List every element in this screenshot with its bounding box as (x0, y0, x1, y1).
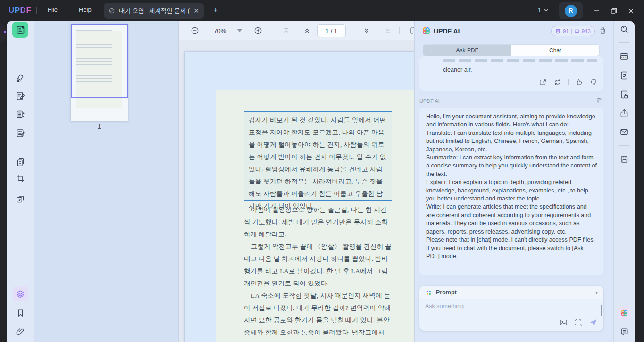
assistant-message-paragraph: Hello, I'm your document assistant, aimi… (426, 113, 597, 129)
fill-sign-icon[interactable] (12, 125, 28, 141)
tab-title: 대기 오염_ 세계적인 문제 (1) (119, 7, 190, 15)
document-paragraph: LA 숙소에 도착한 첫날, 시차 때문인지 새벽에 눈이 저절로 떠졌다. 내… (244, 290, 392, 342)
organize-pages-icon[interactable] (12, 106, 28, 122)
search-icon[interactable] (617, 22, 631, 36)
thumbnail-panel: 1 (34, 21, 179, 342)
clear-chat-icon[interactable] (599, 27, 607, 35)
ai-panel-title: UPDF AI (434, 27, 460, 35)
thumbs-up-icon[interactable] (575, 78, 583, 86)
pdf-credit-icon (555, 29, 560, 34)
regenerate-icon[interactable] (553, 78, 561, 86)
go-to-bottom-icon[interactable] (384, 27, 392, 35)
titlebar-divider (36, 7, 37, 14)
actions-divider (568, 79, 569, 85)
convert-icon[interactable] (617, 68, 631, 83)
new-tab-button[interactable]: + (213, 6, 218, 14)
text-selection-box[interactable]: 갑자기 바보가 된 것 같았다. 사람들 앞에서 어떤 표정을 지어야 할지도 … (244, 111, 392, 201)
bookmark-icon[interactable] (12, 305, 28, 321)
thumbnail-viewport-rect[interactable] (71, 24, 128, 98)
avatar: R (565, 5, 577, 17)
slideshow-icon[interactable] (12, 191, 28, 207)
ocr-icon[interactable]: OCR (617, 50, 631, 64)
prompt-input-area (419, 299, 603, 331)
document-selected-paragraph: 갑자기 바보가 된 것 같았다. 사람들 앞에서 어떤 표정을 지어야 할지도 … (249, 114, 387, 212)
prompt-card: Prompt ▾ (419, 286, 603, 331)
prompt-label: Prompt (436, 289, 592, 296)
send-icon[interactable] (589, 318, 598, 327)
assistant-message: Hello, I'm your document assistant, aimi… (419, 108, 603, 275)
assistant-message-paragraph: Summarize: I can extract key information… (426, 154, 597, 178)
copy-pages-icon[interactable] (12, 154, 28, 170)
chat-credit-icon (574, 29, 579, 34)
attachment-icon[interactable] (12, 324, 28, 340)
share-icon[interactable] (617, 106, 631, 120)
feedback-icon[interactable] (617, 325, 631, 339)
app-logo: UPDF (8, 6, 31, 15)
minimize-button[interactable] (592, 6, 602, 16)
zoom-in-icon[interactable] (254, 26, 263, 35)
mail-icon[interactable] (617, 125, 631, 139)
image-attach-icon[interactable] (560, 318, 568, 326)
zoom-dropdown-icon[interactable] (237, 29, 242, 33)
floating-widget[interactable] (0, 21, 7, 45)
highlighter-icon[interactable] (12, 70, 28, 86)
assistant-message-paragraph: Please note that in [chat] mode, I can't… (426, 236, 597, 260)
protect-icon[interactable] (617, 87, 631, 101)
input-toolbar (560, 318, 598, 327)
zoom-level: 70% (214, 27, 226, 34)
desktop: UPDF File Help 대기 오염_ 세계적인 문제 (1) ✕ + 1 … (0, 0, 644, 342)
prompt-dropdown[interactable]: Prompt ▾ (419, 286, 603, 299)
message-actions (539, 78, 598, 86)
widget-status-dot (4, 31, 6, 33)
tab-close-icon[interactable]: ✕ (193, 8, 199, 14)
thumbnail-page-number: 1 (71, 122, 128, 130)
copy-message-icon[interactable] (596, 97, 603, 104)
zoom-out-icon[interactable] (191, 26, 200, 35)
scroll-up-icon[interactable] (303, 27, 311, 35)
left-toolbar (7, 21, 34, 342)
screenshot-icon[interactable] (574, 318, 582, 326)
app-window: 1 70% 1 / 1 (7, 21, 635, 342)
input-scrollbar[interactable] (601, 305, 602, 316)
export-message-icon[interactable] (539, 78, 547, 86)
edit-page-icon[interactable] (12, 88, 28, 104)
reader-mode-icon[interactable] (12, 22, 28, 38)
menu-help[interactable]: Help (79, 6, 92, 13)
account-button[interactable]: R (559, 2, 583, 19)
scroll-down-icon[interactable] (363, 27, 371, 35)
layers-icon[interactable] (13, 286, 28, 301)
usage-badge[interactable]: 91 943 (551, 26, 595, 36)
assistant-message-paragraph: Translate: I can translate text into mul… (426, 129, 597, 154)
scanned-page-image: 갑자기 바보가 된 것 같았다. 사람들 앞에서 어떤 표정을 지어야 할지도 … (216, 90, 443, 342)
badge-divider (571, 29, 572, 34)
right-toolbar: OCR (613, 21, 635, 342)
previous-ai-message: cleaner air. (419, 56, 603, 91)
window-count-dropdown[interactable]: 1 (538, 7, 548, 14)
tab-ask-pdf[interactable]: Ask PDF (423, 45, 511, 56)
svg-text:OCR: OCR (621, 56, 627, 59)
updf-ai-sidebar-icon[interactable] (617, 306, 631, 320)
toolbar-divider (619, 42, 629, 43)
toolbar-divider (399, 27, 400, 34)
tab-chat[interactable]: Chat (511, 45, 600, 56)
document-paragraphs: 아침에 촬영장으로 향하는 출근길, 나는 한 시간씩 기도했다. 제발 내가 … (244, 204, 392, 342)
crop-icon[interactable] (12, 170, 28, 186)
toolbar-divider (619, 145, 629, 146)
toolbar-divider (272, 27, 272, 34)
restore-button[interactable] (609, 6, 619, 16)
chat-credit-count: 943 (582, 28, 591, 34)
pdf-credit-count: 91 (563, 28, 569, 34)
previous-message-text: cleaner air. (443, 67, 597, 73)
menu-file[interactable]: File (48, 6, 58, 13)
ask-input[interactable] (425, 303, 581, 309)
tab-status-icon (109, 8, 115, 14)
titlebar-divider (589, 7, 589, 14)
titlebar: UPDF File Help 대기 오염_ 세계적인 문제 (1) ✕ + 1 … (0, 0, 644, 21)
page-number-box[interactable]: 1 / 1 (317, 24, 346, 37)
page-display: 1 / 1 (326, 27, 337, 34)
save-icon[interactable] (617, 152, 631, 166)
thumbs-down-icon[interactable] (590, 78, 598, 86)
close-button[interactable] (626, 6, 636, 16)
document-tab[interactable]: 대기 오염_ 세계적인 문제 (1) ✕ (104, 3, 204, 19)
go-to-top-icon[interactable] (283, 27, 291, 35)
